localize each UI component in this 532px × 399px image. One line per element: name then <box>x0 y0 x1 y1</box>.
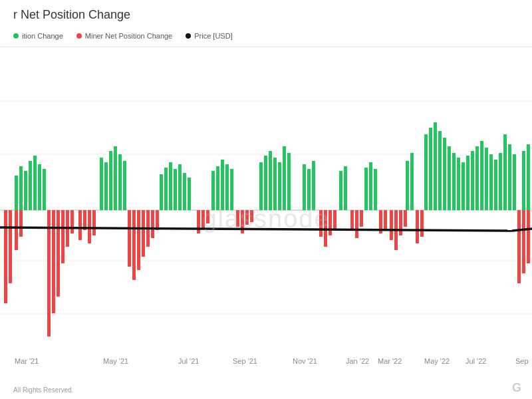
svg-rect-17 <box>118 154 122 210</box>
svg-rect-80 <box>78 210 82 240</box>
svg-rect-44 <box>369 162 372 210</box>
svg-rect-52 <box>443 138 446 210</box>
svg-rect-59 <box>475 146 479 210</box>
legend: ition Change Miner Net Position Change P… <box>13 32 233 40</box>
svg-rect-63 <box>494 160 497 210</box>
svg-rect-10 <box>33 156 37 210</box>
svg-rect-16 <box>114 146 117 210</box>
svg-text:Mar '22: Mar '22 <box>378 357 402 365</box>
svg-text:Jul '21: Jul '21 <box>178 357 199 365</box>
svg-rect-104 <box>360 210 363 227</box>
svg-rect-103 <box>355 210 358 238</box>
svg-rect-82 <box>88 210 91 243</box>
svg-rect-66 <box>508 144 511 210</box>
svg-rect-46 <box>406 161 409 210</box>
svg-rect-22 <box>174 169 177 210</box>
svg-rect-115 <box>527 210 530 263</box>
svg-rect-89 <box>151 210 154 238</box>
svg-rect-48 <box>424 134 428 210</box>
footer-copyright: All Rights Reserved. <box>13 386 74 394</box>
svg-text:Jan '22: Jan '22 <box>346 357 369 365</box>
svg-rect-30 <box>230 169 233 210</box>
divider <box>0 47 532 47</box>
legend-label-2: Miner Net Position Change <box>85 32 172 40</box>
legend-item-1: ition Change <box>13 32 63 40</box>
svg-text:Sep: Sep <box>515 357 529 365</box>
svg-rect-87 <box>142 210 145 257</box>
svg-rect-20 <box>164 168 168 210</box>
svg-rect-61 <box>485 148 488 210</box>
svg-text:Jul '22: Jul '22 <box>466 357 486 365</box>
svg-rect-8 <box>24 171 27 210</box>
svg-rect-79 <box>70 210 74 233</box>
chart-svg: Mar '21 May '21 Jul '21 Sep '21 Nov '21 … <box>0 48 532 372</box>
svg-rect-76 <box>57 210 60 297</box>
svg-rect-102 <box>350 210 354 230</box>
svg-rect-54 <box>452 153 456 210</box>
svg-rect-23 <box>178 164 182 210</box>
svg-rect-62 <box>489 154 493 210</box>
svg-rect-70 <box>4 210 7 303</box>
svg-rect-84 <box>128 210 131 267</box>
chart-title: r Net Position Change <box>13 8 130 22</box>
svg-rect-107 <box>390 210 393 240</box>
svg-rect-75 <box>52 210 55 313</box>
svg-rect-50 <box>434 122 437 210</box>
svg-rect-9 <box>29 161 32 210</box>
svg-rect-72 <box>15 210 18 250</box>
svg-rect-28 <box>221 160 224 210</box>
svg-rect-58 <box>471 151 474 210</box>
svg-rect-68 <box>522 151 525 210</box>
legend-label-3: Price [USD] <box>194 32 232 40</box>
svg-rect-113 <box>517 210 521 283</box>
svg-rect-36 <box>283 146 286 210</box>
svg-rect-86 <box>137 210 140 270</box>
svg-rect-71 <box>9 210 12 283</box>
svg-rect-45 <box>374 169 377 210</box>
svg-text:May '22: May '22 <box>424 357 450 365</box>
svg-rect-37 <box>287 153 291 210</box>
svg-rect-91 <box>197 210 200 233</box>
svg-rect-83 <box>92 210 96 235</box>
svg-rect-24 <box>183 173 186 210</box>
svg-rect-55 <box>457 158 460 210</box>
svg-rect-6 <box>15 176 18 210</box>
svg-rect-25 <box>188 178 191 210</box>
svg-rect-18 <box>123 161 126 210</box>
svg-rect-21 <box>169 162 172 210</box>
svg-rect-114 <box>522 210 525 273</box>
svg-text:Nov '21: Nov '21 <box>293 357 317 365</box>
svg-rect-85 <box>132 210 136 280</box>
svg-rect-31 <box>259 162 263 210</box>
svg-rect-111 <box>416 210 419 243</box>
svg-rect-7 <box>19 166 23 210</box>
svg-rect-90 <box>156 210 159 230</box>
svg-rect-33 <box>269 151 272 210</box>
svg-rect-32 <box>264 156 267 210</box>
svg-rect-43 <box>364 168 368 210</box>
footer-logo: G <box>512 381 521 395</box>
svg-rect-56 <box>462 162 465 210</box>
svg-text:May '21: May '21 <box>103 357 128 365</box>
svg-rect-109 <box>399 210 402 235</box>
svg-text:Sep '21: Sep '21 <box>233 357 257 365</box>
svg-rect-29 <box>225 164 229 210</box>
svg-rect-47 <box>410 153 414 210</box>
svg-rect-64 <box>499 153 502 210</box>
svg-rect-106 <box>384 210 387 229</box>
svg-text:glassnode: glassnode <box>202 205 329 233</box>
legend-dot-1 <box>13 33 19 39</box>
svg-rect-57 <box>466 156 469 210</box>
svg-rect-112 <box>420 210 424 237</box>
svg-rect-12 <box>43 169 46 210</box>
svg-rect-65 <box>503 134 507 210</box>
svg-rect-60 <box>480 141 483 210</box>
svg-rect-67 <box>513 154 516 210</box>
legend-dot-2 <box>76 33 82 39</box>
svg-rect-69 <box>527 144 530 210</box>
legend-item-3: Price [USD] <box>186 32 232 40</box>
chart-area: Mar '21 May '21 Jul '21 Sep '21 Nov '21 … <box>0 48 532 372</box>
svg-rect-13 <box>100 158 103 210</box>
svg-rect-19 <box>160 174 163 210</box>
svg-text:Mar '21: Mar '21 <box>15 357 39 365</box>
